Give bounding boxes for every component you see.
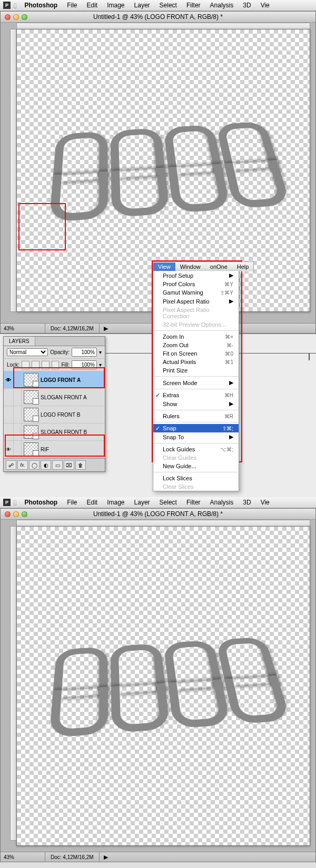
layer-name[interactable]: LOGO FRONT A [41, 377, 81, 383]
menu-item[interactable]: Gamut Warning⇧⌘Y [153, 288, 239, 297]
layers-tab[interactable]: LAYERS [4, 337, 35, 346]
menubar-app-name[interactable]: Photoshop [19, 1, 62, 10]
zoom-button[interactable] [22, 511, 27, 517]
menu-select[interactable]: Select [155, 498, 182, 507]
menu-item[interactable]: Proof Setup▶ [153, 271, 239, 280]
trash-icon[interactable]: 🗑 [75, 460, 86, 470]
close-button[interactable] [5, 511, 11, 517]
menu-item[interactable]: Actual Pixels⌘1 [153, 358, 239, 366]
apple-menu-icon[interactable]:  [14, 498, 16, 507]
blend-mode-row: Normal Opacity: ▾ [4, 346, 105, 359]
adjustment-layer-icon[interactable]: ◐ [41, 460, 51, 470]
menu-file[interactable]: File [62, 498, 82, 507]
lock-pixels-icon[interactable] [32, 361, 39, 369]
layer-name[interactable]: LOGO FRONT B [41, 412, 80, 418]
layer-row[interactable]: SLOGAN FRONT B [4, 423, 105, 441]
group-icon[interactable]: ▭ [52, 460, 63, 470]
zoom-readout[interactable]: 43% [1, 324, 45, 333]
menu-analysis[interactable]: Analysis [205, 498, 239, 507]
menu-item[interactable]: Print Size [153, 366, 239, 375]
menu-3d[interactable]: 3D [238, 1, 255, 10]
layer-link-column [14, 406, 22, 423]
menu-filter[interactable]: Filter [182, 1, 205, 10]
layer-row[interactable]: LOGO FRONT B [4, 406, 105, 423]
menu-edit[interactable]: Edit [82, 1, 102, 10]
menu-select[interactable]: Select [155, 1, 182, 10]
menu-help[interactable]: Help [232, 263, 254, 271]
menu-item[interactable]: Lock Guides⌥⌘; [153, 445, 239, 453]
lock-transparency-icon[interactable] [22, 361, 29, 369]
visibility-toggle-icon[interactable]: 👁 [4, 371, 14, 388]
menu-item[interactable]: Screen Mode▶ [153, 378, 239, 387]
doc-info[interactable]: Doc: 4,12M/16,2M [45, 324, 100, 333]
menu-item[interactable]: New Guide... [153, 462, 239, 470]
menu-file[interactable]: File [62, 1, 82, 10]
doc-info-caret-icon[interactable]: ▶ [100, 325, 112, 332]
ps-app-icon: P [3, 499, 11, 506]
layer-name[interactable]: RIF [41, 447, 49, 452]
statusbar: 43% Doc: 4,12M/16,2M ▶ [1, 852, 315, 862]
close-button[interactable] [5, 14, 11, 20]
layer-thumbnail[interactable] [24, 390, 38, 404]
layer-mask-icon[interactable]: ◯ [29, 460, 39, 470]
menu-item[interactable]: ✓Extras⌘H [153, 391, 239, 399]
zoom-readout[interactable]: 43% [1, 852, 45, 862]
minimize-button[interactable] [13, 14, 19, 20]
apple-menu-icon[interactable]:  [14, 1, 16, 10]
layer-row[interactable]: SLOGAN FRONT A [4, 389, 105, 406]
visibility-toggle-icon[interactable]: 👁 [4, 441, 14, 458]
menu-item[interactable]: Fit on Screen⌘0 [153, 349, 239, 358]
lock-all-icon[interactable] [52, 361, 60, 369]
layer-thumbnail[interactable] [24, 373, 38, 387]
menu-view-truncated[interactable]: Vie [256, 1, 274, 10]
opacity-caret-icon[interactable]: ▾ [99, 349, 102, 355]
menu-filter[interactable]: Filter [182, 498, 205, 507]
visibility-toggle-icon[interactable] [4, 406, 14, 423]
window-titlebar[interactable]: Untitled-1 @ 43% (LOGO FRONT A, RGB/8) * [1, 12, 315, 23]
menu-view-truncated[interactable]: Vie [256, 498, 274, 507]
layer-thumbnail[interactable] [24, 442, 38, 456]
menu-image[interactable]: Image [102, 498, 129, 507]
layer-thumbnail[interactable] [24, 408, 38, 421]
opacity-input[interactable] [72, 348, 97, 357]
link-layers-icon[interactable]: ☍ [6, 460, 16, 470]
new-layer-icon[interactable]: ⌧ [64, 460, 74, 470]
canvas[interactable] [16, 526, 310, 846]
menu-analysis[interactable]: Analysis [205, 1, 239, 10]
menu-item[interactable]: Lock Slices [153, 474, 239, 482]
layer-row[interactable]: 👁LOGO FRONT A [4, 371, 105, 389]
menu-item[interactable]: Zoom In⌘+ [153, 332, 239, 341]
lock-position-icon[interactable] [42, 361, 50, 369]
layer-row[interactable]: 👁RIF [4, 441, 105, 458]
zoom-button[interactable] [22, 14, 27, 20]
menu-view[interactable]: View [153, 263, 175, 271]
layer-name[interactable]: SLOGAN FRONT A [41, 395, 87, 400]
window-titlebar[interactable]: Untitled-1 @ 43% (LOGO FRONT A, RGB/8) * [1, 509, 315, 520]
blend-mode-select[interactable]: Normal [7, 348, 48, 356]
menu-layer[interactable]: Layer [130, 1, 155, 10]
menu-item[interactable]: Rulers⌘R [153, 412, 239, 420]
menu-edit[interactable]: Edit [82, 498, 102, 507]
fill-caret-icon[interactable]: ▾ [99, 362, 102, 368]
menu-image[interactable]: Image [102, 1, 129, 10]
doc-info[interactable]: Doc: 4,12M/16,2M [45, 852, 100, 862]
minimize-button[interactable] [13, 511, 19, 517]
menu-item[interactable]: Show▶ [153, 399, 239, 408]
doc-info-caret-icon[interactable]: ▶ [100, 854, 112, 861]
menu-item[interactable]: ✓Snap⇧⌘; [153, 424, 239, 432]
menu-onone[interactable]: onOne [205, 263, 232, 271]
menu-3d[interactable]: 3D [238, 498, 255, 507]
menubar-app-name[interactable]: Photoshop [19, 498, 62, 507]
menu-window[interactable]: Window [175, 263, 205, 271]
fill-input[interactable] [72, 360, 97, 369]
menu-item[interactable]: Pixel Aspect Ratio▶ [153, 297, 239, 306]
menu-item[interactable]: Zoom Out⌘- [153, 341, 239, 349]
visibility-toggle-icon[interactable] [4, 423, 14, 440]
visibility-toggle-icon[interactable] [4, 389, 14, 406]
menu-item[interactable]: Proof Colors⌘Y [153, 280, 239, 288]
fx-icon[interactable]: fx. [17, 460, 28, 470]
layer-thumbnail[interactable] [24, 425, 38, 439]
menu-layer[interactable]: Layer [130, 498, 155, 507]
menu-item[interactable]: Snap To▶ [153, 432, 239, 441]
layer-name[interactable]: SLOGAN FRONT B [41, 429, 87, 435]
